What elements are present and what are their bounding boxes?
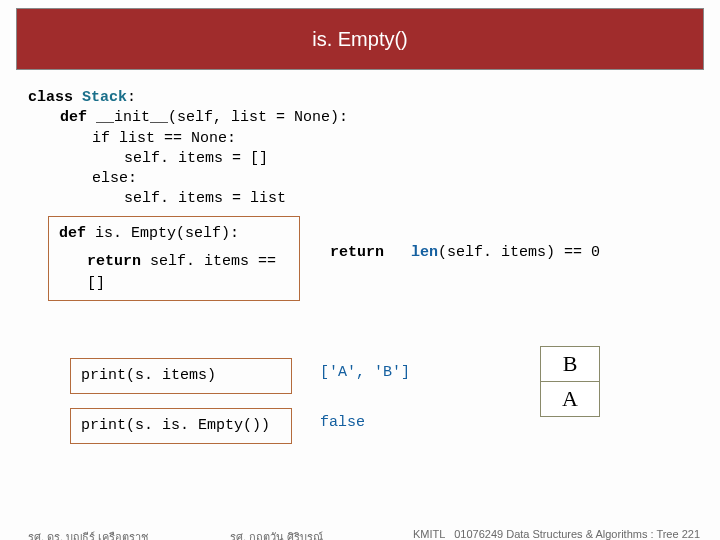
output-items: ['A', 'B'] bbox=[320, 364, 410, 381]
alt-rest: (self. items) == 0 bbox=[438, 244, 600, 261]
else-line: else: bbox=[28, 169, 348, 189]
print-items-box: print(s. items) bbox=[70, 358, 292, 394]
kw-class: class bbox=[28, 89, 82, 106]
page-title: is. Empty() bbox=[312, 28, 408, 51]
isempty-method-box: def is. Empty(self): return self. items … bbox=[48, 216, 300, 301]
stack-cell-bottom: A bbox=[540, 382, 600, 417]
kw-return: return bbox=[87, 253, 150, 270]
colon: : bbox=[127, 89, 136, 106]
if-line: if list == None: bbox=[28, 129, 348, 149]
init-sig: __init__(self, list = None): bbox=[96, 109, 348, 126]
footer-course: 01076249 Data Structures & Algorithms : … bbox=[454, 528, 700, 540]
alt-return-line: return len(self. items) == 0 bbox=[330, 244, 600, 261]
footer-left: รศ. ดร. บุญธีร์ เครือตราชู bbox=[28, 528, 148, 540]
kw-def-2: def bbox=[59, 225, 95, 242]
print-isempty-box: print(s. is. Empty()) bbox=[70, 408, 292, 444]
print-items: print(s. items) bbox=[81, 367, 216, 384]
method-sig: is. Empty(self): bbox=[95, 225, 239, 242]
footer-inst: KMITL bbox=[413, 528, 445, 540]
class-name: Stack bbox=[82, 89, 127, 106]
print-isempty: print(s. is. Empty()) bbox=[81, 417, 270, 434]
footer-mid: รศ. กฤตวัน ศิริบูรณ์ bbox=[230, 528, 323, 540]
footer-right: KMITL 01076249 Data Structures & Algorit… bbox=[413, 528, 700, 540]
stack-cell-top: B bbox=[540, 346, 600, 382]
class-code-block: class Stack: def __init__(self, list = N… bbox=[28, 88, 348, 210]
title-bar: is. Empty() bbox=[16, 8, 704, 70]
assign-list: self. items = list bbox=[28, 189, 348, 209]
assign-empty: self. items = [] bbox=[28, 149, 348, 169]
kw-def: def bbox=[60, 109, 96, 126]
kw-return-alt: return bbox=[330, 244, 384, 261]
stack-diagram: B A bbox=[540, 346, 600, 417]
kw-len: len bbox=[411, 244, 438, 261]
output-isempty: false bbox=[320, 414, 365, 431]
